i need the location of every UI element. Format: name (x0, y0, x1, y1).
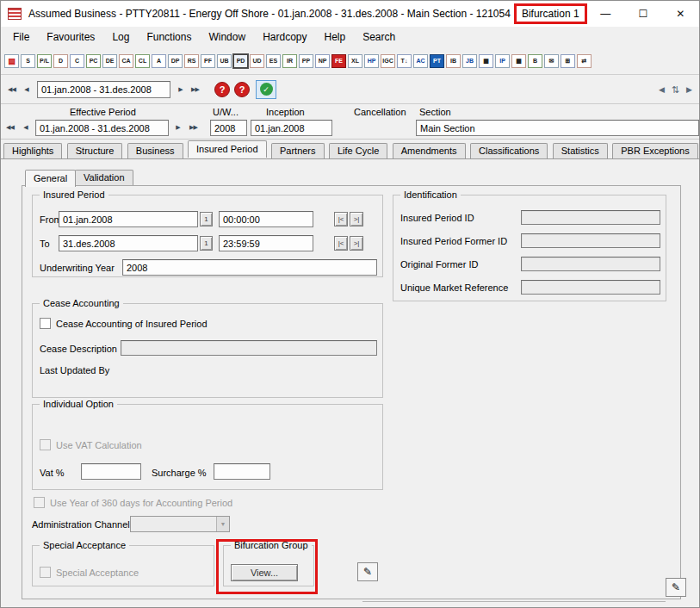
validate-toggle[interactable]: ✓ (256, 80, 276, 99)
toolbar-icon-cl[interactable]: CL (135, 54, 150, 68)
tab-statistics[interactable]: Statistics (553, 143, 608, 158)
nav-prev-button[interactable]: ◀ (19, 82, 34, 97)
band-nav-first-button[interactable]: ◀◀ (3, 120, 17, 135)
underwriting-year-field[interactable]: 2008 (122, 259, 377, 276)
help-button-2[interactable]: ? (234, 82, 250, 97)
to-time-field[interactable]: 23:59:59 (219, 235, 313, 251)
tab-insured-period[interactable]: Insured Period (188, 140, 267, 158)
band-nav-prev-button[interactable]: ◀ (18, 120, 33, 135)
toolbar-icon-fe[interactable]: FE (331, 54, 346, 68)
insured-period-former-id-label: Insured Period Former ID (400, 236, 507, 246)
uw-year-field[interactable]: 2008 (210, 120, 247, 136)
toolbar-icon-pl[interactable]: P/L (37, 54, 52, 68)
toolbar-icon-ub[interactable]: UB (217, 54, 232, 68)
from-calendar-button[interactable]: 1 (200, 212, 213, 226)
menu-window[interactable]: Window (200, 28, 254, 46)
toolbar-icon-a[interactable]: A (152, 54, 166, 68)
help-button-1[interactable]: ? (214, 82, 230, 97)
toolbar-icon-transfer[interactable]: ⇄ (577, 54, 592, 68)
effective-period-field[interactable]: 01.jan.2008 - 31.des.2008 (35, 120, 169, 136)
toolbar-icon-dp[interactable]: DP (168, 54, 183, 68)
tab-pbr-exceptions[interactable]: PBR Exceptions (612, 143, 697, 158)
menu-search[interactable]: Search (354, 28, 404, 46)
menu-favourites[interactable]: Favourites (38, 28, 103, 46)
toolbar-icon-mail[interactable]: ✉ (544, 54, 559, 68)
menu-log[interactable]: Log (103, 28, 138, 46)
tab-structure[interactable]: Structure (67, 143, 123, 158)
bifurcation-view-button[interactable]: View... (231, 564, 298, 581)
toolbar-icon-rs[interactable]: RS (184, 54, 199, 68)
toolbar-icon-pt[interactable]: PT (430, 54, 444, 68)
menu-help[interactable]: Help (315, 28, 354, 46)
section-next-button[interactable]: ▶ (686, 85, 692, 94)
toolbar-icon-pp[interactable]: PP (299, 54, 313, 68)
toolbar-icon-ir[interactable]: IR (282, 54, 297, 68)
menu-functions[interactable]: Functions (138, 28, 200, 46)
nav-first-button[interactable]: ◀◀ (4, 82, 19, 97)
toolbar-icon-building[interactable]: ▦ (479, 54, 493, 68)
toolbar-icon-jb[interactable]: JB (462, 54, 477, 68)
to-calendar-button[interactable]: 1 (200, 236, 213, 251)
tab-classifications[interactable]: Classifications (470, 143, 548, 158)
toolbar-icon-ca[interactable]: CA (119, 54, 133, 68)
toolbar-icon-pc[interactable]: PC (86, 54, 101, 68)
page-note-edit-button[interactable]: ✎ (666, 578, 686, 597)
section-prev-button[interactable]: ◀ (659, 85, 665, 94)
to-date-field[interactable]: 31.des.2008 (59, 235, 198, 251)
toolbar-icon-app[interactable]: ▤ (4, 54, 19, 68)
subtab-general[interactable]: General (25, 170, 76, 187)
period-range-field[interactable]: 01.jan.2008 - 31.des.2008 (37, 81, 170, 98)
tab-business[interactable]: Business (127, 143, 183, 158)
band-nav-last-button[interactable]: ▶▶ (186, 120, 201, 135)
menu-file[interactable]: File (4, 28, 38, 46)
from-start-of-day-button[interactable]: |< (334, 212, 348, 226)
insured-period-id-field (521, 210, 660, 225)
minimize-button[interactable]: — (587, 1, 624, 27)
toolbar-icon-ud[interactable]: UD (250, 54, 264, 68)
toolbar-icon-pd-selected[interactable]: PD (233, 54, 248, 68)
toolbar-icon-t-arrow[interactable]: T↓ (397, 54, 412, 68)
surcharge-percent-field[interactable] (214, 463, 270, 480)
from-time-field[interactable]: 00:00:00 (219, 211, 313, 227)
toolbar-icon-building-2[interactable]: ▦ (511, 54, 526, 68)
band-nav-next-button[interactable]: ▶ (170, 120, 185, 135)
toolbar-icon-b[interactable]: B (528, 54, 542, 68)
toolbar-icon-hp[interactable]: HP (364, 54, 379, 68)
cease-description-field (121, 340, 377, 356)
toolbar-icon-d[interactable]: D (53, 54, 68, 68)
nav-last-button[interactable]: ▶▶ (188, 82, 202, 97)
note-edit-button[interactable]: ✎ (357, 562, 378, 581)
toolbar-icon-s[interactable]: S (21, 54, 35, 68)
inception-field[interactable]: 01.jan.2008 (251, 120, 332, 136)
identification-group: Identification Insured Period ID Insured… (393, 195, 666, 301)
toolbar-icon-ip[interactable]: IP (495, 54, 510, 68)
from-date-field[interactable]: 01.jan.2008 (59, 211, 198, 227)
toolbar-icon-es[interactable]: ES (266, 54, 281, 68)
maximize-button[interactable]: ☐ (624, 1, 661, 27)
toolbar-icon-de[interactable]: DE (102, 54, 117, 68)
close-button[interactable]: ✕ (662, 1, 699, 27)
tab-life-cycle[interactable]: Life Cycle (329, 143, 387, 158)
toolbar-icon-ac[interactable]: AC (413, 54, 428, 68)
vat-percent-field[interactable] (81, 463, 141, 480)
toolbar-icon-ib[interactable]: IB (446, 54, 461, 68)
to-start-of-day-button[interactable]: |< (334, 236, 348, 251)
toolbar-icon-xl[interactable]: XL (348, 54, 362, 68)
menu-hardcopy[interactable]: Hardcopy (254, 28, 315, 46)
cease-accounting-checkbox[interactable] (40, 318, 51, 329)
toolbar-icon-attachment[interactable]: ⊞ (561, 54, 575, 68)
section-split-icon[interactable]: ⇅ (672, 84, 679, 96)
toolbar-icon-igc[interactable]: IGC (381, 54, 395, 68)
toolbar-icon-pf[interactable]: PF (201, 54, 215, 68)
toolbar-icon-c[interactable]: C (70, 54, 84, 68)
tab-highlights[interactable]: Highlights (3, 143, 62, 158)
to-end-of-day-button[interactable]: >| (350, 236, 363, 251)
from-end-of-day-button[interactable]: >| (350, 212, 363, 226)
section-field[interactable]: Main Section (416, 120, 699, 136)
tab-amendments[interactable]: Amendments (393, 143, 466, 158)
subtab-validation[interactable]: Validation (75, 170, 133, 185)
window-title: Assumed Business - PTTY20811 - Energy Of… (28, 8, 511, 20)
toolbar-icon-np[interactable]: NP (315, 54, 330, 68)
nav-next-button[interactable]: ▶ (173, 82, 188, 97)
tab-partners[interactable]: Partners (271, 143, 325, 158)
